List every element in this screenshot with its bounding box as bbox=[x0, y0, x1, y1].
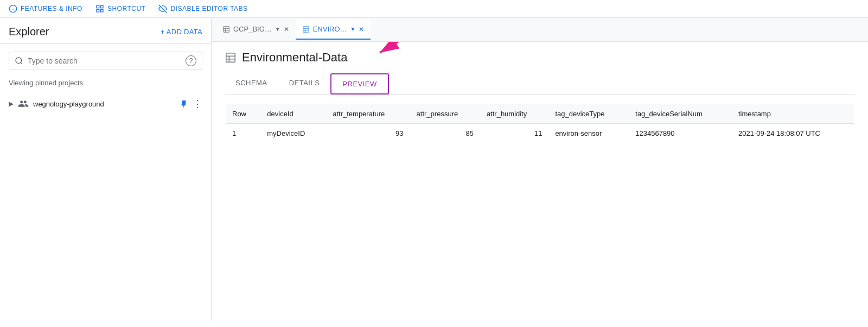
tab-details[interactable]: DETAILS bbox=[278, 73, 331, 94]
svg-rect-3 bbox=[97, 5, 99, 8]
tab-preview[interactable]: PREVIEW bbox=[330, 73, 388, 95]
svg-point-8 bbox=[16, 58, 22, 64]
preview-table-wrapper: Row deviceId attr_temperature attr_press… bbox=[225, 103, 855, 144]
svg-rect-6 bbox=[100, 9, 103, 12]
tab-gcp-dropdown-icon[interactable]: ▼ bbox=[275, 26, 280, 32]
col-row: Row bbox=[226, 104, 260, 124]
table-icon-tab1 bbox=[222, 26, 230, 33]
col-deviceid: deviceId bbox=[260, 104, 326, 124]
more-vert-icon[interactable]: ⋮ bbox=[193, 98, 202, 110]
help-icon[interactable]: ? bbox=[186, 55, 196, 66]
col-attr-pressure: attr_pressure bbox=[410, 104, 480, 124]
sidebar: Explorer + ADD DATA ? Viewing pinned pro… bbox=[0, 18, 212, 320]
tab-enviro[interactable]: ENVIRO… ▼ ✕ bbox=[296, 20, 371, 40]
panel-title: Environmental-Data bbox=[242, 51, 347, 65]
cell-temperature: 93 bbox=[326, 124, 410, 143]
tab-enviro-dropdown-icon[interactable]: ▼ bbox=[350, 26, 356, 32]
chevron-right-icon: ▶ bbox=[9, 100, 14, 108]
search-input[interactable] bbox=[28, 56, 181, 65]
cell-humidity: 11 bbox=[480, 124, 549, 143]
features-info-nav-item[interactable]: FEATURES & INFO bbox=[9, 4, 82, 13]
tab-schema[interactable]: SCHEMA bbox=[225, 73, 278, 94]
main-layout: Explorer + ADD DATA ? Viewing pinned pro… bbox=[0, 18, 868, 320]
cell-row: 1 bbox=[226, 124, 260, 143]
eye-slash-icon bbox=[158, 4, 167, 13]
panel-table-icon bbox=[225, 52, 237, 64]
viewing-pinned-text: Viewing pinned projects. bbox=[0, 78, 211, 93]
col-attr-temperature: attr_temperature bbox=[326, 104, 410, 124]
search-icon bbox=[15, 56, 23, 65]
tab-gcp-close-icon[interactable]: ✕ bbox=[284, 26, 289, 33]
cell-pressure: 85 bbox=[410, 124, 480, 143]
tab-enviro-close-icon[interactable]: ✕ bbox=[359, 26, 364, 33]
cell-devicetype: environ-sensor bbox=[548, 124, 629, 143]
svg-rect-10 bbox=[224, 26, 229, 32]
people-icon bbox=[18, 98, 29, 109]
add-data-button[interactable]: + ADD DATA bbox=[161, 28, 202, 36]
tab-enviro-label: ENVIRO… bbox=[313, 25, 347, 33]
sidebar-title: Explorer bbox=[9, 26, 49, 38]
col-tag-deviceserialnumb: tag_deviceSerialNum bbox=[629, 104, 732, 124]
grid-icon bbox=[95, 4, 104, 13]
info-circle-icon bbox=[9, 4, 17, 13]
preview-table: Row deviceId attr_temperature attr_press… bbox=[226, 104, 854, 143]
col-attr-humidity: attr_humidity bbox=[480, 104, 549, 124]
shortcut-nav-item[interactable]: SHORTCUT bbox=[95, 4, 145, 13]
cell-serialnum: 1234567890 bbox=[629, 124, 732, 143]
disable-editor-tabs-nav-item[interactable]: DISABLE EDITOR TABS bbox=[158, 4, 247, 13]
cell-timestamp: 2021-09-24 18:08:07 UTC bbox=[732, 124, 854, 143]
panel-tabs: SCHEMA DETAILS PREVIEW bbox=[225, 73, 855, 95]
panel-title-row: Environmental-Data bbox=[225, 51, 855, 65]
col-tag-devicetype: tag_deviceType bbox=[548, 104, 629, 124]
svg-rect-18 bbox=[226, 53, 235, 62]
project-item[interactable]: ▶ wegnology-playground ⋮ bbox=[0, 93, 211, 114]
svg-rect-14 bbox=[303, 26, 309, 32]
table-header-row: Row deviceId attr_temperature attr_press… bbox=[226, 104, 854, 124]
svg-rect-5 bbox=[97, 9, 99, 12]
tabs-bar: GCP_BIG… ▼ ✕ ENVIRO… ▼ ✕ bbox=[212, 18, 868, 42]
top-nav: FEATURES & INFO SHORTCUT DISABLE EDITOR … bbox=[0, 0, 868, 18]
cell-deviceid: myDeviceID bbox=[260, 124, 326, 143]
content-area: GCP_BIG… ▼ ✕ ENVIRO… ▼ ✕ bbox=[212, 18, 868, 320]
content-panel: Environmental-Data SCHEMA DETAILS PREVIE… bbox=[212, 42, 868, 320]
table-row: 1 myDeviceID 93 85 11 environ-sensor 123… bbox=[226, 124, 854, 143]
sidebar-header: Explorer + ADD DATA bbox=[0, 18, 211, 44]
tab-gcp-big[interactable]: GCP_BIG… ▼ ✕ bbox=[216, 20, 296, 40]
sidebar-search-area: ? bbox=[0, 44, 211, 78]
search-box: ? bbox=[9, 52, 202, 70]
table-icon-tab2 bbox=[302, 26, 310, 33]
project-name: wegnology-playground bbox=[33, 100, 175, 108]
col-timestamp: timestamp bbox=[732, 104, 854, 124]
pin-icon bbox=[180, 99, 188, 108]
tab-gcp-label: GCP_BIG… bbox=[233, 25, 272, 33]
svg-rect-4 bbox=[100, 5, 103, 8]
svg-line-9 bbox=[21, 62, 22, 64]
